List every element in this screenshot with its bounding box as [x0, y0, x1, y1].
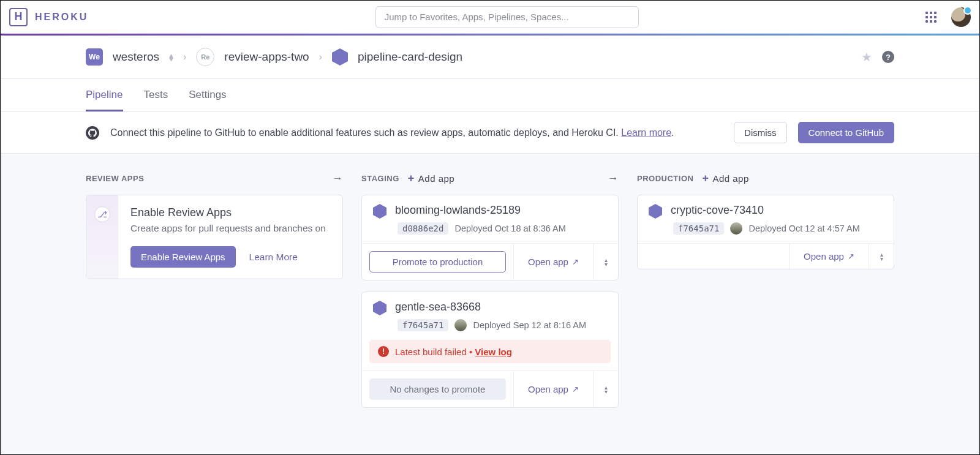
heroku-logo-icon: H: [9, 8, 28, 26]
dismiss-button[interactable]: Dismiss: [734, 122, 787, 143]
deploy-time: Deployed Oct 18 at 8:36 AM: [454, 224, 565, 233]
error-icon: !: [378, 346, 389, 357]
logo[interactable]: H HEROKU: [9, 8, 88, 26]
deploy-time: Deployed Oct 12 at 4:57 AM: [748, 224, 859, 233]
help-icon[interactable]: ?: [882, 51, 894, 63]
app-card: blooming-lowlands-25189 d0886e2d Deploye…: [361, 195, 619, 280]
app-switcher-icon[interactable]: [925, 12, 937, 23]
global-search-input[interactable]: [375, 6, 639, 28]
app-card: cryptic-cove-73410 f7645a71 Deployed Oct…: [637, 195, 894, 269]
add-app-button[interactable]: + Add app: [408, 172, 454, 185]
deployer-avatar: [730, 222, 742, 235]
pull-request-icon: ⎇: [94, 206, 110, 222]
open-app-link[interactable]: Open app ↗: [514, 244, 594, 280]
team-chip-icon: We: [86, 48, 103, 66]
commit-sha[interactable]: f7645a71: [398, 319, 448, 331]
review-promo-desc: Create apps for pull requests and branch…: [130, 223, 326, 234]
add-app-button[interactable]: + Add app: [702, 172, 748, 185]
deployer-avatar: [454, 319, 467, 331]
chevron-right-icon: ›: [319, 51, 322, 62]
review-promo-title: Enable Review Apps: [130, 206, 326, 219]
column-production: Production + Add app cryptic-cove-73410 …: [637, 172, 894, 419]
column-title: Review Apps: [86, 174, 144, 183]
plus-icon: +: [702, 172, 709, 185]
plus-icon: +: [408, 172, 415, 185]
build-error-banner: ! Latest build failed • View log: [369, 340, 611, 363]
enable-review-apps-card: ⎇ Enable Review Apps Create apps for pul…: [86, 195, 343, 279]
brand-text: HEROKU: [35, 12, 88, 23]
tabs: Pipeline Tests Settings: [80, 79, 900, 111]
app-name[interactable]: cryptic-cove-73410: [671, 204, 764, 217]
app-name[interactable]: gentle-sea-83668: [395, 301, 481, 314]
flow-arrow-icon: →: [608, 172, 619, 185]
external-link-icon: ↗: [848, 252, 854, 261]
favorite-star-icon[interactable]: ★: [861, 50, 872, 64]
column-review-apps: Review Apps → ⎇ Enable Review Apps Creat…: [86, 172, 343, 419]
connect-github-button[interactable]: Connect to GitHub: [798, 122, 894, 143]
tab-settings[interactable]: Settings: [189, 79, 226, 111]
flow-arrow-icon: →: [332, 172, 344, 185]
chevron-right-icon: ›: [183, 51, 186, 62]
app-hex-icon: [649, 204, 662, 219]
promote-button[interactable]: Promote to production: [369, 251, 506, 273]
team-switcher-icon[interactable]: ▴▾: [169, 53, 173, 61]
pipeline-hex-icon: [332, 48, 348, 66]
external-link-icon: ↗: [572, 385, 579, 394]
breadcrumb: We westeros ▴▾ › Re review-apps-two › pi…: [80, 36, 900, 78]
external-link-icon: ↗: [572, 257, 579, 266]
enable-review-apps-button[interactable]: Enable Review Apps: [130, 246, 236, 268]
space-chip-icon: Re: [196, 48, 214, 66]
breadcrumb-team[interactable]: westeros: [113, 50, 159, 64]
review-learn-more-link[interactable]: Learn More: [249, 252, 298, 263]
app-actions-menu[interactable]: ▴▾: [869, 244, 894, 269]
column-title: Staging: [361, 174, 399, 183]
commit-sha[interactable]: f7645a71: [673, 222, 724, 235]
user-avatar[interactable]: [951, 7, 971, 27]
column-title: Production: [637, 174, 693, 183]
app-card: gentle-sea-83668 f7645a71 Deployed Sep 1…: [361, 291, 619, 408]
github-icon: [86, 126, 99, 140]
breadcrumb-space[interactable]: review-apps-two: [224, 50, 309, 64]
breadcrumb-pipeline: pipeline-card-design: [358, 50, 462, 64]
banner-learn-more-link[interactable]: Learn more: [621, 127, 671, 138]
deploy-time: Deployed Sep 12 at 8:16 AM: [473, 320, 586, 330]
tab-tests[interactable]: Tests: [144, 79, 168, 111]
github-connect-banner: Connect this pipeline to GitHub to enabl…: [80, 112, 900, 153]
app-actions-menu[interactable]: ▴▾: [594, 371, 618, 407]
pipeline-board: Review Apps → ⎇ Enable Review Apps Creat…: [80, 154, 900, 437]
open-app-link[interactable]: Open app ↗: [790, 244, 869, 269]
open-app-link[interactable]: Open app ↗: [514, 371, 594, 407]
app-actions-menu[interactable]: ▴▾: [594, 244, 618, 280]
app-name[interactable]: blooming-lowlands-25189: [395, 204, 521, 217]
view-log-link[interactable]: View log: [475, 347, 512, 357]
no-changes-button: No changes to promote: [369, 378, 506, 400]
column-staging: Staging + Add app → blooming-lowlands-25…: [361, 172, 619, 419]
top-navbar: H HEROKU: [1, 1, 979, 34]
app-hex-icon: [373, 204, 386, 219]
app-hex-icon: [373, 301, 386, 315]
tab-pipeline[interactable]: Pipeline: [86, 79, 123, 111]
banner-message: Connect this pipeline to GitHub to enabl…: [110, 127, 723, 138]
commit-sha[interactable]: d0886e2d: [398, 222, 448, 235]
